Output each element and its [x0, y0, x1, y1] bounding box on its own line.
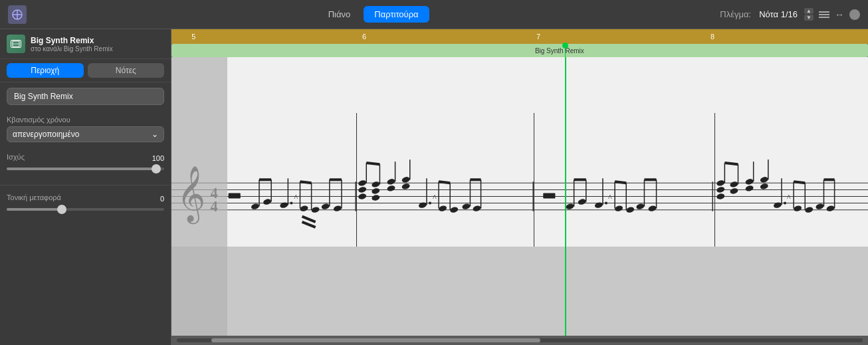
svg-point-77: [625, 206, 635, 213]
horizontal-scrollbar[interactable]: [171, 336, 868, 345]
expand-icon: ↔: [835, 9, 844, 20]
svg-point-19: [279, 201, 288, 209]
svg-point-97: [760, 183, 769, 190]
svg-line-56: [439, 181, 450, 183]
svg-point-35: [358, 193, 367, 200]
svg-point-34: [358, 186, 367, 193]
velocity-row: Ισχύς 100: [7, 153, 164, 164]
svg-point-54: [449, 206, 459, 213]
svg-line-114: [302, 222, 316, 227]
panel-divider: [0, 185, 171, 185]
app-logo-icon: [8, 5, 27, 24]
svg-point-23: [300, 205, 309, 212]
svg-text:^: ^: [608, 193, 612, 202]
region-name-button[interactable]: Big Synth Remix: [7, 88, 164, 105]
quantize-dropdown-value: απενεργοποιημένο: [13, 130, 79, 139]
svg-point-90: [730, 187, 739, 195]
svg-point-39: [371, 194, 380, 201]
quantize-dropdown-chevron: ⌄: [152, 130, 158, 139]
svg-line-113: [302, 217, 316, 222]
svg-point-93: [745, 178, 754, 185]
svg-line-41: [366, 163, 380, 164]
svg-point-66: [566, 203, 575, 210]
svg-rect-65: [543, 193, 555, 198]
svg-point-48: [418, 201, 427, 209]
record-button[interactable]: [849, 9, 860, 20]
track-info: Big Synth Remix στο κανάλι Big Synth Rem…: [31, 36, 164, 53]
velocity-value: 100: [152, 154, 164, 162]
transpose-label: Τονική μεταφορά: [7, 193, 61, 201]
quantize-dropdown[interactable]: απενεργοποιημένο ⌄: [7, 126, 164, 142]
tab-piano-button[interactable]: Πιάνο: [318, 6, 362, 23]
ruler-mark-7: 7: [534, 29, 540, 44]
svg-point-38: [371, 187, 380, 195]
score-background: 𝄞 4 4: [171, 57, 868, 336]
svg-point-94: [745, 185, 754, 192]
region-tabs: Περιοχή Νότες: [0, 59, 171, 82]
svg-point-33: [358, 179, 367, 187]
grid-step-down[interactable]: ▼: [804, 15, 814, 21]
grid-step-up[interactable]: ▲: [804, 8, 814, 14]
quantize-label: Κβαντισμός χρόνου: [7, 116, 164, 124]
score-bottom-area: [171, 247, 868, 336]
svg-point-105: [804, 206, 814, 213]
transpose-row: Τονική μεταφορά 0: [7, 193, 164, 204]
toolbar: Πιάνο Παρτιτούρα Πλέγμα: Νότα 1/16 ▲ ▼ ↔: [0, 0, 868, 29]
score-left-gutter-overlay: [171, 57, 227, 336]
velocity-slider-thumb[interactable]: [152, 164, 161, 173]
svg-point-14: [251, 203, 260, 210]
svg-point-25: [311, 206, 320, 213]
score-area[interactable]: 𝄞 4 4: [171, 57, 868, 345]
svg-point-71: [594, 201, 603, 209]
scrollbar-track: [177, 338, 863, 342]
track-header: Big Synth Remix στο κανάλι Big Synth Rem…: [0, 29, 171, 59]
svg-rect-13: [229, 193, 241, 198]
svg-point-43: [387, 185, 396, 192]
toolbar-center: Πιάνο Παρτιτούρα: [318, 6, 429, 23]
svg-line-27: [300, 181, 311, 183]
tab-notes-button[interactable]: Νότες: [88, 63, 165, 78]
region-playhead-line: [565, 44, 566, 57]
region-block[interactable]: Big Synth Remix: [171, 44, 868, 57]
svg-point-68: [578, 198, 587, 205]
velocity-slider-fill: [7, 168, 156, 170]
svg-point-37: [371, 181, 380, 188]
transpose-slider-fill: [7, 208, 62, 211]
svg-point-89: [730, 181, 739, 188]
velocity-slider[interactable]: [7, 168, 164, 170]
svg-point-108: [815, 203, 825, 210]
svg-point-59: [473, 205, 482, 212]
ruler-mark-5: 5: [189, 29, 195, 44]
track-icon: [7, 35, 25, 53]
region-block-label: Big Synth Remix: [535, 47, 584, 55]
svg-point-73: [605, 202, 607, 205]
svg-point-75: [614, 205, 623, 212]
quantize-section: Κβαντισμός χρόνου απενεργοποιημένο ⌄: [0, 110, 171, 148]
svg-text:^: ^: [433, 193, 437, 202]
svg-point-42: [387, 178, 396, 185]
left-panel: Big Synth Remix στο κανάλι Big Synth Rem…: [0, 29, 171, 345]
svg-line-92: [724, 163, 738, 164]
svg-point-57: [462, 203, 471, 210]
velocity-label: Ισχύς: [7, 153, 25, 161]
scrollbar-thumb[interactable]: [211, 338, 540, 342]
svg-point-99: [773, 201, 782, 209]
svg-point-103: [793, 205, 802, 212]
right-content: 5 6 7 8 Big Synth Remix: [171, 29, 868, 345]
tab-region-button[interactable]: Περιοχή: [7, 63, 84, 78]
grid-stepper[interactable]: ▲ ▼: [804, 8, 814, 21]
grid-label: Πλέγμα:: [720, 9, 751, 19]
svg-point-46: [401, 183, 411, 190]
svg-point-85: [716, 179, 725, 187]
transpose-slider-thumb[interactable]: [57, 205, 66, 214]
svg-text:^: ^: [787, 193, 791, 202]
track-icon-inner: [11, 40, 21, 48]
transpose-slider[interactable]: [7, 208, 164, 211]
region-bar: Big Synth Remix: [171, 44, 868, 57]
toolbar-left: [8, 5, 27, 24]
ruler-mark-8: 8: [708, 29, 714, 44]
transpose-value: 0: [160, 195, 164, 203]
tab-score-button[interactable]: Παρτιτούρα: [364, 6, 429, 23]
svg-point-52: [438, 205, 447, 212]
svg-point-21: [290, 202, 292, 205]
